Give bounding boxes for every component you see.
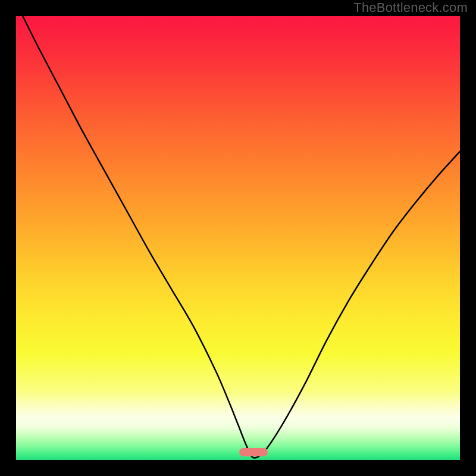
svg-rect-0: [16, 16, 460, 460]
bottleneck-chart: TheBottleneck.com: [0, 0, 476, 476]
optimum-marker: [239, 448, 268, 456]
watermark-text: TheBottleneck.com: [353, 0, 468, 15]
background-heatmap: [16, 16, 460, 460]
plot-area: [16, 16, 460, 460]
